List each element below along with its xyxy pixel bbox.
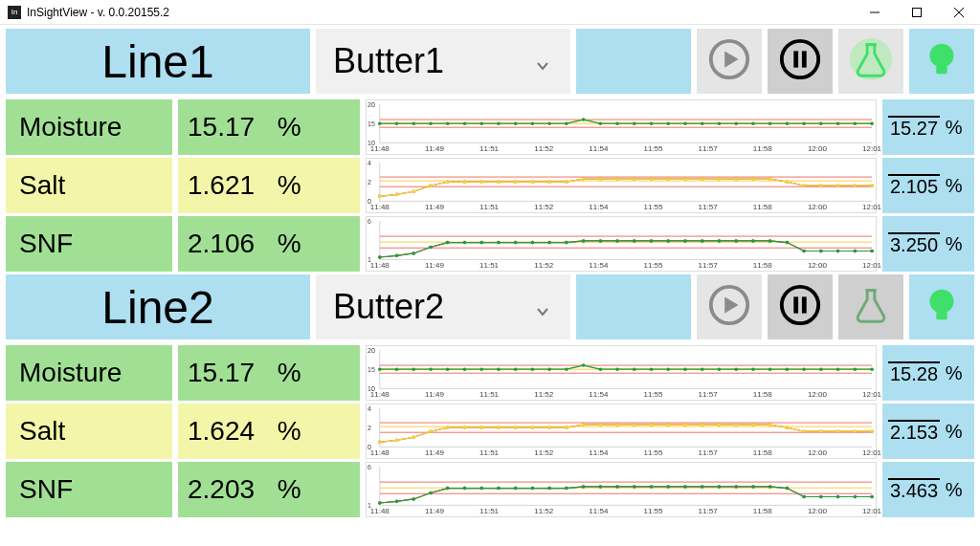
recipe-dropdown[interactable]: Butter1 [316, 29, 570, 94]
svg-point-271 [718, 367, 722, 370]
svg-point-253 [412, 367, 415, 370]
window-close-button[interactable] [938, 0, 980, 25]
svg-point-121 [514, 180, 518, 183]
svg-point-142 [870, 184, 874, 186]
flask-button[interactable] [838, 29, 903, 94]
svg-point-266 [633, 367, 636, 370]
svg-point-52 [446, 121, 450, 124]
recipe-selected: Butter1 [333, 41, 444, 81]
svg-point-338 [751, 423, 755, 426]
svg-point-59 [565, 121, 568, 124]
svg-point-277 [819, 367, 823, 370]
param-value: 1.621 % [178, 158, 360, 213]
svg-point-334 [683, 423, 687, 426]
svg-point-49 [395, 121, 399, 124]
param-average: 2.153 % [882, 404, 974, 459]
play-button[interactable] [697, 274, 762, 339]
svg-point-126 [599, 177, 603, 180]
svg-point-263 [582, 363, 586, 366]
svg-point-391 [547, 487, 551, 490]
svg-point-11 [930, 44, 954, 68]
svg-point-62 [615, 121, 619, 124]
svg-point-197 [701, 239, 704, 242]
svg-point-409 [854, 495, 858, 498]
header-spacer [576, 29, 691, 94]
svg-point-68 [718, 121, 722, 124]
svg-point-57 [531, 121, 535, 124]
svg-rect-8 [802, 51, 807, 67]
svg-point-72 [786, 121, 790, 124]
svg-point-255 [446, 367, 450, 370]
svg-point-61 [599, 121, 603, 124]
svg-point-182 [446, 241, 450, 244]
svg-point-51 [429, 121, 433, 124]
svg-point-344 [854, 429, 858, 432]
line-title: Line2 [6, 274, 310, 339]
recipe-dropdown[interactable]: Butter2 [316, 274, 570, 339]
svg-point-77 [870, 121, 874, 124]
svg-point-251 [378, 367, 382, 370]
svg-point-194 [650, 239, 654, 242]
svg-point-181 [429, 246, 433, 249]
svg-point-187 [531, 241, 535, 244]
svg-point-265 [615, 367, 619, 370]
svg-point-279 [854, 367, 858, 370]
svg-point-65 [666, 121, 670, 124]
pause-button[interactable] [768, 29, 833, 94]
param-row-snf: SNF2.106 %1611:4811:4911:5111:5211:5411:… [6, 216, 974, 272]
svg-point-317 [395, 439, 399, 442]
svg-point-316 [378, 441, 382, 444]
param-row-salt: Salt1.624 %02411:4811:4911:5111:5211:541… [6, 404, 974, 459]
svg-point-267 [650, 367, 654, 370]
svg-rect-7 [793, 51, 798, 67]
svg-point-196 [683, 239, 687, 242]
svg-point-280 [870, 367, 874, 370]
svg-point-259 [514, 367, 518, 370]
svg-point-323 [497, 426, 501, 428]
svg-point-125 [582, 177, 586, 180]
svg-point-131 [683, 177, 687, 180]
play-button[interactable] [697, 29, 762, 94]
svg-point-190 [582, 239, 586, 242]
window-maximize-button[interactable] [896, 0, 938, 25]
svg-point-331 [633, 423, 636, 426]
svg-point-400 [701, 485, 704, 488]
svg-point-204 [819, 250, 823, 252]
param-value: 2.106 % [178, 216, 360, 272]
svg-point-403 [751, 485, 755, 488]
svg-point-254 [429, 367, 433, 370]
flask-icon [849, 37, 893, 85]
param-row-moist: Moisture15.17 %10152011:4811:4911:5111:5… [6, 99, 974, 155]
flask-button[interactable] [838, 274, 903, 339]
trend-chart-salt: 02411:4811:4911:5111:5211:5411:5511:5711… [366, 158, 877, 213]
titlebar: In InSightView - v. 0.0.20155.2 [0, 0, 980, 25]
svg-point-264 [599, 367, 603, 370]
svg-rect-215 [936, 312, 947, 320]
bulb-button[interactable] [909, 274, 974, 339]
svg-point-322 [479, 426, 483, 428]
param-average: 2.105 % [882, 158, 974, 213]
svg-point-63 [633, 121, 636, 124]
svg-point-116 [429, 184, 433, 186]
svg-point-407 [819, 495, 823, 498]
svg-point-319 [429, 429, 433, 432]
svg-point-55 [497, 121, 501, 124]
svg-point-203 [802, 250, 806, 252]
svg-point-178 [378, 255, 382, 258]
bulb-button[interactable] [909, 29, 974, 94]
svg-point-75 [836, 121, 840, 124]
play-icon [707, 37, 751, 85]
trend-chart-moist: 10152011:4811:4911:5111:5211:5411:5511:5… [366, 345, 877, 401]
pause-button[interactable] [768, 274, 833, 339]
svg-point-183 [463, 241, 467, 244]
svg-point-381 [378, 501, 382, 504]
svg-point-202 [786, 241, 790, 244]
window-minimize-button[interactable] [854, 0, 896, 25]
param-average: 3.463 % [882, 462, 974, 517]
svg-point-332 [650, 423, 654, 426]
chevron-down-icon [536, 287, 549, 327]
svg-point-382 [395, 500, 399, 503]
svg-point-345 [870, 429, 874, 432]
svg-point-73 [802, 121, 806, 124]
svg-point-195 [666, 239, 670, 242]
